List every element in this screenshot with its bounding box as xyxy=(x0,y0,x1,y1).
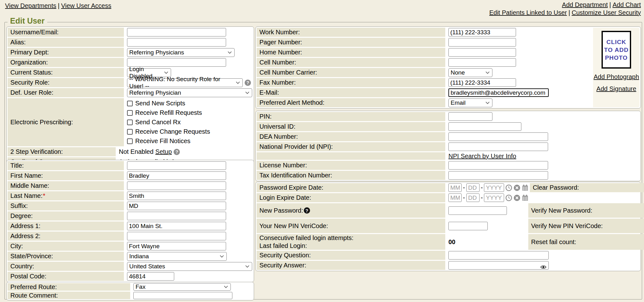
preferred-route-select[interactable]: Fax xyxy=(133,283,231,291)
top-right-row2: Edit Patients Linked to User|Customize U… xyxy=(489,9,641,17)
view-departments-link[interactable]: View Departments xyxy=(5,2,56,9)
cell-number-carrier-select[interactable]: None xyxy=(448,68,492,77)
edit-patients-linked-link[interactable]: Edit Patients Linked to User xyxy=(489,9,567,16)
show-password-eye-icon[interactable] xyxy=(540,264,547,271)
checkbox-label: Send New Scripts xyxy=(135,100,185,107)
chevron-down-icon xyxy=(245,265,249,268)
new-password-input[interactable] xyxy=(448,206,507,215)
password-expire-date-label: Password Expire Date: xyxy=(257,183,445,192)
form-row: Home Number: xyxy=(257,48,592,57)
send-cancel-rx-checkbox[interactable] xyxy=(127,120,133,125)
middle-name-input[interactable] xyxy=(127,182,226,190)
link-separator: | xyxy=(569,9,570,16)
clear-date-icon[interactable] xyxy=(514,194,520,201)
address2-input[interactable] xyxy=(127,232,226,240)
password-expire-yyyy-input[interactable] xyxy=(484,183,504,192)
clock-icon[interactable] xyxy=(505,194,512,201)
form-row: Address 1: xyxy=(8,221,253,231)
login-expire-dd-input[interactable] xyxy=(466,193,480,202)
view-user-access-link[interactable]: View User Access xyxy=(61,2,111,9)
electronic-prescribing-label: Electronic Prescribing: xyxy=(8,98,124,146)
two-step-verification-label: 2 Step Verification: xyxy=(8,147,116,156)
click-to-add-photo-placeholder[interactable]: CLICK TO ADD PHOTO xyxy=(602,31,631,69)
help-icon[interactable]: ? xyxy=(304,207,310,214)
photo-placeholder-line: TO ADD xyxy=(604,46,629,54)
degree-input[interactable] xyxy=(127,212,226,220)
preferred-alert-method-select[interactable]: Email xyxy=(448,98,492,107)
fax-number-input[interactable] xyxy=(448,78,516,87)
cell-number-input[interactable] xyxy=(448,58,516,67)
route-comment-label: Route Comment: xyxy=(8,292,130,299)
send-new-scripts-checkbox[interactable] xyxy=(127,101,133,106)
failed-login-attempts-value: 00 xyxy=(448,238,455,246)
password-expire-dd-input[interactable] xyxy=(466,183,480,192)
pager-number-input[interactable] xyxy=(448,38,516,47)
password-expire-mm-input[interactable] xyxy=(448,183,462,192)
state-province-value: Indiana xyxy=(129,253,149,260)
add-signature-link[interactable]: Add Signature xyxy=(597,85,636,92)
def-user-role-select[interactable]: Referring Physician xyxy=(127,88,252,97)
license-number-input[interactable] xyxy=(448,161,548,170)
suffix-label: Suffix: xyxy=(8,201,124,210)
suffix-input[interactable] xyxy=(127,202,226,210)
required-marker: * xyxy=(43,192,45,199)
clock-icon[interactable] xyxy=(505,184,512,191)
pin-input[interactable] xyxy=(448,112,492,121)
country-label: Country: xyxy=(8,262,124,271)
help-icon[interactable]: ? xyxy=(174,149,180,155)
last-name-input[interactable] xyxy=(127,192,226,200)
state-province-select[interactable]: Indiana xyxy=(127,252,227,261)
home-number-label: Home Number: xyxy=(257,48,445,57)
chevron-down-icon xyxy=(236,81,240,84)
add-photograph-link[interactable]: Add Photograph xyxy=(594,73,639,81)
npi-search-link[interactable]: NPI Search by User Info xyxy=(448,153,516,160)
alias-input[interactable] xyxy=(127,38,226,47)
top-right-links: Add Department|Add Chart Edit Patients L… xyxy=(489,1,641,17)
country-select[interactable]: United States xyxy=(127,262,252,271)
dea-number-input[interactable] xyxy=(448,132,548,141)
receive-fill-notices-checkbox[interactable] xyxy=(127,138,133,144)
security-question-input[interactable] xyxy=(448,251,549,260)
def-user-role-value: Referring Physician xyxy=(129,89,181,96)
clear-date-icon[interactable] xyxy=(514,184,520,191)
verify-pin-vericode-label: Verify New PIN VeriCode: xyxy=(528,219,644,233)
form-row: Route Comment: xyxy=(8,292,253,299)
npi-input[interactable] xyxy=(448,143,548,151)
address1-input[interactable] xyxy=(127,222,226,230)
receive-change-requests-checkbox[interactable] xyxy=(127,129,133,135)
security-answer-input[interactable] xyxy=(448,261,549,270)
security-role-select[interactable]: -- WARNING: No Security Role for User! -… xyxy=(127,78,243,87)
city-input[interactable] xyxy=(127,242,226,250)
chevron-down-icon xyxy=(228,51,232,54)
preferred-route-label: Preferred Route: xyxy=(8,283,130,291)
login-expire-yyyy-input[interactable] xyxy=(484,193,504,202)
work-number-input[interactable] xyxy=(448,28,516,36)
pager-number-label: Pager Number: xyxy=(257,38,445,47)
receive-refill-requests-checkbox[interactable] xyxy=(127,110,133,116)
home-number-input[interactable] xyxy=(448,48,516,57)
form-row: State/Province: Indiana xyxy=(8,252,253,261)
calendar-icon[interactable] xyxy=(522,194,529,201)
tax-id-input[interactable] xyxy=(448,171,548,180)
pin-vericode-input[interactable] xyxy=(448,222,488,230)
first-name-input[interactable] xyxy=(127,171,226,180)
login-expire-mm-input[interactable] xyxy=(448,193,462,202)
email-input[interactable] xyxy=(448,88,549,97)
username-input[interactable] xyxy=(127,28,226,36)
postal-code-input[interactable] xyxy=(127,272,174,281)
calendar-icon[interactable] xyxy=(522,184,529,191)
title-input[interactable] xyxy=(127,161,226,170)
form-row: Work Number: xyxy=(257,28,592,37)
two-step-setup-link[interactable]: Setup xyxy=(155,148,172,155)
organization-label: Organization: xyxy=(8,58,124,67)
route-comment-input[interactable] xyxy=(133,292,232,299)
checkbox-label: Receive Fill Notices xyxy=(135,137,191,145)
add-department-link[interactable]: Add Department xyxy=(562,1,608,8)
customize-user-security-link[interactable]: Customize User Security xyxy=(572,9,641,16)
universal-id-input[interactable] xyxy=(448,122,521,131)
form-row: Password Expire Date: - - Clear Password… xyxy=(257,183,640,192)
primary-dept-select[interactable]: Referring Physicians xyxy=(127,48,235,57)
add-chart-link[interactable]: Add Chart xyxy=(613,1,641,8)
help-icon[interactable]: ? xyxy=(245,80,251,86)
form-row: Security Answer: xyxy=(257,261,640,270)
